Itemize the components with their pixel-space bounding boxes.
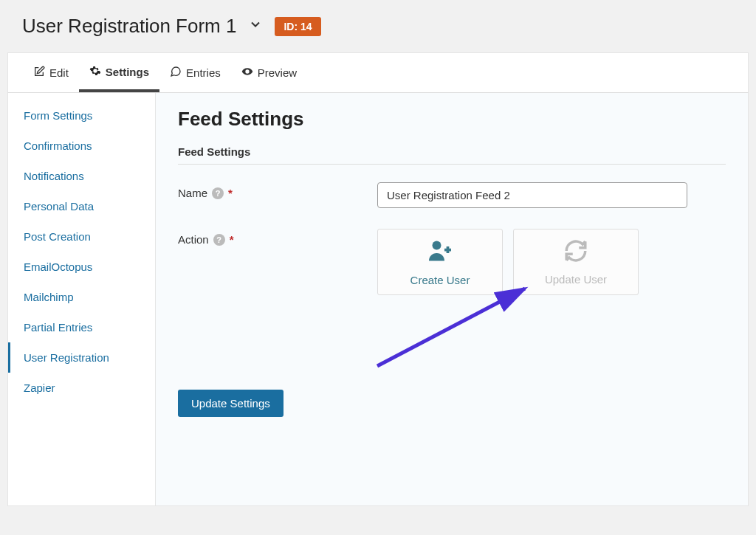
row-name: Name ? *: [178, 182, 726, 208]
tab-label: Settings: [106, 66, 149, 78]
action-options: Create User Update User: [377, 229, 639, 295]
action-label-text: Action: [178, 233, 209, 246]
required-marker: *: [228, 187, 233, 199]
sidebar-item-notifications[interactable]: Notifications: [8, 161, 155, 191]
sidebar-item-user-registration[interactable]: User Registration: [8, 342, 155, 373]
refresh-icon: [563, 238, 588, 269]
action-create-user[interactable]: Create User: [377, 229, 503, 295]
sidebar-item-post-creation[interactable]: Post Creation: [8, 221, 155, 252]
required-marker: *: [230, 233, 234, 246]
content-heading: Feed Settings: [178, 108, 726, 131]
name-label: Name ? *: [178, 182, 377, 199]
tab-label: Edit: [49, 66, 69, 79]
form-title: User Registration Form 1: [22, 15, 236, 38]
row-action: Action ? * Create User Update User: [178, 229, 726, 295]
help-icon[interactable]: ?: [213, 234, 225, 246]
sidebar-item-form-settings[interactable]: Form Settings: [8, 100, 155, 131]
form-id-badge: ID: 14: [275, 17, 320, 36]
settings-sidebar: Form Settings Confirmations Notification…: [8, 93, 156, 505]
name-input[interactable]: [377, 182, 687, 208]
tab-settings[interactable]: Settings: [79, 53, 159, 92]
tab-edit[interactable]: Edit: [23, 53, 79, 92]
tab-entries[interactable]: Entries: [159, 53, 231, 92]
sidebar-item-partial-entries[interactable]: Partial Entries: [8, 312, 155, 342]
comment-icon: [170, 66, 182, 80]
action-update-user[interactable]: Update User: [513, 229, 639, 295]
page-header: User Registration Form 1 ID: 14: [0, 0, 756, 45]
action-label: Action ? *: [178, 229, 377, 246]
tab-bar: Edit Settings Entries Preview: [7, 52, 749, 93]
sidebar-item-emailoctopus[interactable]: EmailOctopus: [8, 252, 155, 282]
eye-icon: [241, 66, 253, 80]
sidebar-item-zapier[interactable]: Zapier: [8, 373, 155, 403]
update-settings-button[interactable]: Update Settings: [178, 390, 284, 417]
body: Form Settings Confirmations Notification…: [7, 93, 749, 506]
tab-preview[interactable]: Preview: [231, 53, 307, 92]
sidebar-item-confirmations[interactable]: Confirmations: [8, 131, 155, 161]
content-panel: Feed Settings Feed Settings Name ? * Act…: [156, 93, 748, 505]
tab-label: Entries: [186, 66, 221, 79]
form-switcher-chevron-icon[interactable]: [248, 17, 263, 35]
action-card-label: Update User: [545, 273, 607, 286]
user-plus-icon: [427, 238, 453, 269]
name-label-text: Name: [178, 187, 207, 199]
edit-icon: [33, 66, 45, 80]
help-icon[interactable]: ?: [212, 187, 224, 199]
sidebar-item-personal-data[interactable]: Personal Data: [8, 191, 155, 221]
svg-line-1: [377, 289, 525, 366]
sidebar-item-mailchimp[interactable]: Mailchimp: [8, 282, 155, 312]
svg-point-0: [433, 241, 441, 250]
action-card-label: Create User: [410, 274, 470, 286]
tab-label: Preview: [258, 66, 297, 79]
section-label: Feed Settings: [178, 145, 726, 165]
gear-icon: [89, 65, 101, 79]
